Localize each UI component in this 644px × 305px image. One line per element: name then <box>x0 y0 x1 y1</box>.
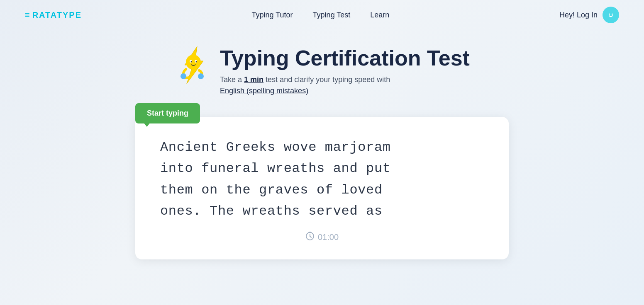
subtitle-prefix: Take a <box>220 75 244 84</box>
timer-icon <box>305 232 315 243</box>
logo-text: RATATYPE <box>32 10 82 20</box>
subtitle-highlight: 1 min <box>244 75 263 84</box>
svg-point-3 <box>186 55 201 70</box>
start-button-wrapper: Start typing <box>135 103 200 123</box>
typing-text: Ancient Greeks wove marjoram into funera… <box>160 137 484 222</box>
nav-typing-test[interactable]: Typing Test <box>313 11 351 19</box>
subtitle-middle: test and clarify your typing speed with <box>263 75 390 84</box>
language-link[interactable]: English (spelling mistakes) <box>220 87 308 95</box>
svg-point-6 <box>191 61 192 63</box>
subtitle: Take a 1 min test and clarify your typin… <box>220 74 470 97</box>
timer-display: 01:00 <box>318 232 339 242</box>
start-typing-button[interactable]: Start typing <box>135 103 200 123</box>
nav-typing-tutor[interactable]: Typing Tutor <box>252 11 293 19</box>
login-button[interactable]: Hey! Log In <box>559 11 598 19</box>
logo-icon: ≡ <box>25 10 30 20</box>
svg-point-8 <box>181 73 186 79</box>
svg-point-1 <box>609 14 610 15</box>
typing-box[interactable]: Ancient Greeks wove marjoram into funera… <box>135 117 509 259</box>
main-content: Typing Certification Test Take a 1 min t… <box>0 30 644 259</box>
page-title: Typing Certification Test <box>220 46 470 70</box>
mascot-icon <box>174 42 212 84</box>
content-wrapper: Start typing Ancient Greeks wove marjora… <box>135 103 509 259</box>
title-section: Typing Certification Test Take a 1 min t… <box>174 46 470 97</box>
title-content: Typing Certification Test Take a 1 min t… <box>220 46 470 97</box>
timer-row: 01:00 <box>160 232 484 243</box>
avatar[interactable] <box>603 7 619 23</box>
svg-point-0 <box>606 10 615 19</box>
header-right: Hey! Log In <box>559 7 619 23</box>
header: ≡ RATATYPE Typing Tutor Typing Test Lear… <box>0 0 644 30</box>
svg-point-9 <box>198 73 204 79</box>
svg-point-7 <box>196 61 197 63</box>
svg-point-2 <box>612 14 613 15</box>
nav-learn[interactable]: Learn <box>370 11 389 19</box>
logo[interactable]: ≡ RATATYPE <box>25 10 82 20</box>
main-nav: Typing Tutor Typing Test Learn <box>252 11 390 19</box>
